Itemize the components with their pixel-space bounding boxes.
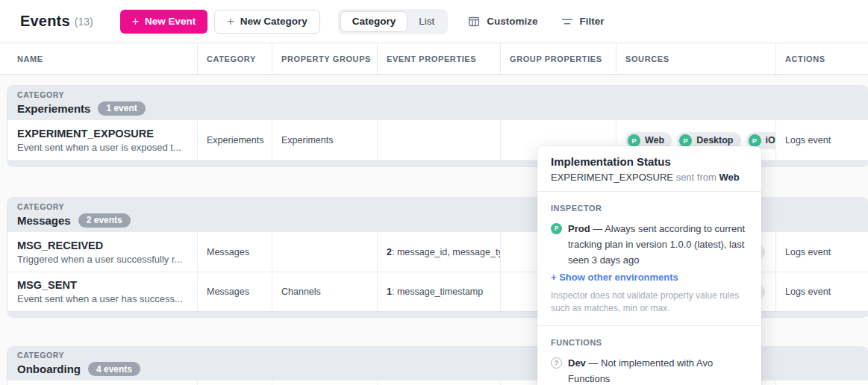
source-badge-label: iOS: [766, 135, 777, 145]
category-kind-label: CATEGORY: [17, 90, 868, 99]
property-groups-cell: Channels: [272, 272, 378, 311]
prod-status-text: Prod — Always sent according to current …: [568, 221, 748, 268]
env-detail: — Always sent according to current track…: [568, 223, 745, 266]
inspector-prod-status: P Prod — Always sent according to curren…: [551, 221, 748, 268]
inspector-heading: INSPECTOR: [551, 204, 748, 213]
env-detail: — Not implemented with Avo Functions: [568, 357, 713, 384]
dev-status-text: Dev — Not implemented with Avo Functions: [568, 355, 748, 385]
category-header-experiements[interactable]: CATEGORY Experiements 1 event: [7, 86, 868, 119]
filter-icon: [561, 16, 573, 28]
table-columns-icon: [468, 16, 480, 28]
event-name: MSG_SENT: [17, 279, 77, 291]
new-event-button[interactable]: + New Event: [120, 10, 208, 34]
plus-icon: +: [227, 16, 234, 28]
source-badge-label: Web: [645, 135, 664, 145]
env-label: Prod: [568, 223, 590, 234]
filter-button[interactable]: Filter: [561, 16, 605, 28]
env-label: Dev: [568, 357, 586, 369]
column-header-actions: ACTIONS: [776, 43, 868, 74]
view-toggle: Category List: [338, 9, 449, 34]
event-name-cell: MSG_SENT Event sent when a user has succ…: [7, 272, 198, 311]
actions-cell: Logs event: [776, 120, 868, 160]
category-name: Messages: [17, 214, 71, 227]
property-count: 1: [387, 287, 392, 297]
inspector-note: Inspector does not validate property val…: [551, 289, 748, 315]
event-name-cell: EXPERIMENT_EXPOSURE Event sent when a us…: [7, 120, 198, 160]
property-list: : message_id, message_type: [392, 247, 501, 257]
event-count-badge: 1 event: [98, 101, 145, 116]
prod-status-icon: P: [628, 134, 640, 147]
actions-cell: Logs event: [776, 272, 868, 311]
event-properties-cell: [378, 120, 501, 160]
property-count: 2: [387, 247, 392, 257]
implementation-status-tooltip: Implementation Status EXPERIMENT_EXPOSUR…: [537, 146, 761, 385]
tooltip-source-name: Web: [719, 172, 739, 183]
view-toggle-category[interactable]: Category: [340, 11, 408, 32]
tooltip-sent-from: sent from: [676, 172, 716, 183]
customize-label: Customize: [487, 16, 537, 27]
property-groups-cell: [272, 232, 378, 272]
property-list: : message_timestamp: [392, 287, 483, 297]
event-count-badge: 4 events: [88, 362, 140, 376]
plus-icon: +: [132, 16, 139, 28]
new-category-label: New Category: [240, 16, 307, 27]
event-name-cell: [7, 381, 198, 385]
event-description: Event sent when a user is exposed t...: [17, 142, 181, 153]
events-count: (13): [75, 16, 93, 28]
event-name-cell: MSG_RECEIVED Triggered when a user succe…: [7, 232, 198, 272]
event-description: Triggered when a user successfully r...: [17, 254, 182, 265]
actions-cell: [776, 381, 868, 385]
property-groups-cell: Experiments: [272, 120, 378, 160]
functions-heading: FUNCTIONS: [551, 338, 748, 347]
prod-status-icon: P: [679, 134, 692, 147]
event-name: EXPERIMENT_EXPOSURE: [17, 128, 154, 140]
column-header-property-groups: PROPERTY GROUPS: [272, 43, 378, 74]
column-header-name: NAME: [0, 43, 198, 74]
column-header-category: CATEGORY: [198, 43, 272, 74]
event-properties-cell: [378, 381, 501, 385]
category-cell: Experiements: [198, 120, 272, 160]
functions-section: FUNCTIONS ? Dev — Not implemented with A…: [537, 326, 761, 385]
table-header: NAME CATEGORY PROPERTY GROUPS EVENT PROP…: [0, 43, 868, 75]
prod-status-icon: P: [749, 134, 761, 147]
property-groups-cell: [272, 381, 378, 385]
column-header-sources: SOURCES: [616, 43, 776, 74]
category-cell: Messages: [198, 272, 272, 311]
events-page: Events (13) + New Event + New Category C…: [0, 0, 868, 385]
tooltip-title: Implementation Status: [551, 155, 748, 168]
filter-label: Filter: [580, 16, 605, 27]
question-icon: ?: [551, 357, 562, 369]
event-properties-cell: 1: message_timestamp: [378, 272, 501, 311]
event-properties-cell: 2: message_id, message_type: [378, 232, 501, 272]
category-name: Experiements: [17, 102, 90, 115]
event-count-badge: 2 events: [78, 213, 131, 228]
prod-status-icon: P: [551, 223, 562, 234]
view-toggle-list[interactable]: List: [408, 11, 446, 32]
actions-cell: Logs event: [776, 232, 868, 272]
show-other-environments-link[interactable]: + Show other environments: [551, 272, 748, 283]
category-cell: [198, 381, 272, 385]
tooltip-event-name: EXPERIMENT_EXPOSURE: [551, 172, 673, 183]
event-description: Event sent when a user has success...: [17, 293, 183, 304]
page-title: Events: [20, 13, 70, 30]
topbar: Events (13) + New Event + New Category C…: [0, 0, 868, 43]
category-name: Onboarding: [17, 363, 81, 375]
inspector-section: INSPECTOR P Prod — Always sent according…: [537, 192, 761, 326]
column-header-group-properties: GROUP PROPERTIES: [501, 43, 616, 74]
new-event-label: New Event: [145, 16, 196, 27]
source-badge-label: Desktop: [696, 135, 733, 145]
customize-button[interactable]: Customize: [468, 16, 537, 28]
tooltip-subtitle: EXPERIMENT_EXPOSURE sent from Web: [551, 172, 748, 183]
column-header-event-properties: EVENT PROPERTIES: [378, 43, 501, 74]
tooltip-header: Implementation Status EXPERIMENT_EXPOSUR…: [537, 146, 761, 192]
event-name: MSG_RECEIVED: [17, 240, 103, 251]
new-category-button[interactable]: + New Category: [214, 10, 319, 34]
functions-dev-status: ? Dev — Not implemented with Avo Functio…: [551, 355, 748, 385]
category-cell: Messages: [198, 232, 272, 272]
